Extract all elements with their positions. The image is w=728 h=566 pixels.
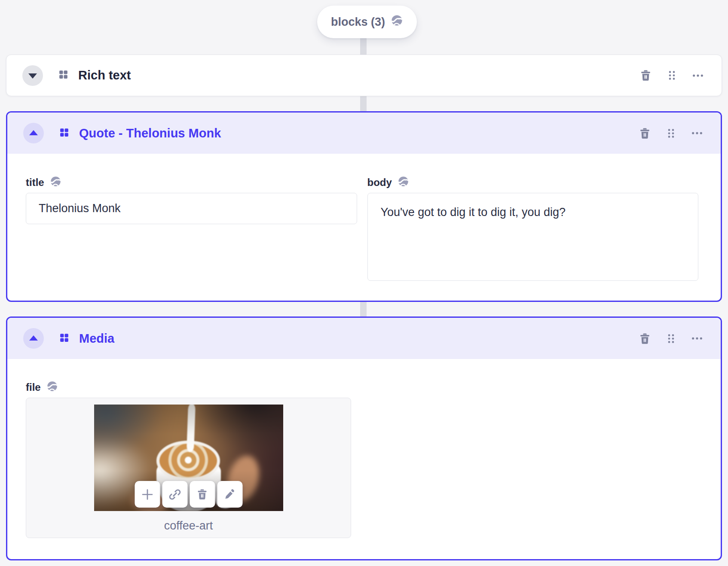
block-actions	[637, 125, 705, 141]
connector-line	[360, 95, 367, 113]
trash-icon[interactable]	[190, 481, 215, 508]
block-card-media: Media file	[6, 316, 722, 560]
block-header: Quote - Thelonius Monk	[7, 113, 721, 154]
media-preview-image	[94, 405, 283, 511]
block-card-rich-text: Rich text	[6, 55, 722, 96]
drag-handle-icon[interactable]	[663, 125, 679, 141]
chevron-up-icon	[29, 335, 38, 341]
ellipsis-menu-icon[interactable]	[690, 68, 706, 83]
plus-icon[interactable]	[135, 481, 160, 508]
file-name-caption: coffee-art	[164, 519, 213, 533]
block-title: Rich text	[78, 68, 131, 82]
block-actions	[637, 331, 705, 346]
field-label: title	[26, 176, 44, 189]
pencil-icon[interactable]	[217, 481, 242, 508]
chevron-down-icon	[28, 73, 37, 79]
media-action-toolbar	[135, 481, 242, 508]
block-title: Media	[79, 332, 114, 346]
block-fields: title body You've got to dig it to dig i…	[7, 154, 721, 283]
trash-icon[interactable]	[637, 331, 652, 346]
ellipsis-menu-icon[interactable]	[689, 331, 705, 346]
block-title: Quote - Thelonius Monk	[79, 126, 221, 140]
globe-icon	[50, 176, 61, 189]
field-body: body You've got to dig it to dig it, you…	[367, 176, 699, 283]
collapse-toggle-button[interactable]	[23, 123, 44, 143]
drag-handle-icon[interactable]	[664, 68, 679, 83]
array-field-pill: blocks (3)	[317, 6, 417, 38]
file-field-box: coffee-art	[26, 398, 351, 538]
globe-icon	[391, 14, 403, 30]
block-actions	[638, 68, 706, 83]
block-card-quote: Quote - Thelonius Monk title	[6, 111, 722, 302]
block-header: Rich text	[6, 55, 722, 96]
chevron-up-icon	[29, 130, 38, 135]
link-icon[interactable]	[162, 481, 187, 508]
block-header: Media	[7, 318, 721, 359]
expand-toggle-button[interactable]	[22, 65, 43, 86]
field-label: file	[26, 381, 41, 393]
globe-icon	[46, 380, 58, 394]
body-textarea[interactable]: You've got to dig it to dig it, you dig?	[367, 193, 699, 281]
trash-icon[interactable]	[637, 125, 652, 141]
collapse-toggle-button[interactable]	[23, 328, 44, 349]
globe-icon	[398, 176, 409, 189]
block-fields: file	[7, 359, 721, 538]
trash-icon[interactable]	[638, 68, 653, 83]
ellipsis-menu-icon[interactable]	[689, 125, 705, 141]
array-field-pill-label: blocks (3)	[331, 15, 385, 29]
field-title: title	[26, 176, 357, 283]
field-label: body	[367, 176, 392, 189]
blocks-grid-icon	[58, 69, 69, 82]
connector-line	[360, 301, 367, 318]
drag-handle-icon[interactable]	[663, 331, 679, 346]
blocks-grid-icon	[59, 127, 70, 140]
blocks-grid-icon	[59, 332, 70, 345]
title-input[interactable]	[26, 193, 357, 224]
